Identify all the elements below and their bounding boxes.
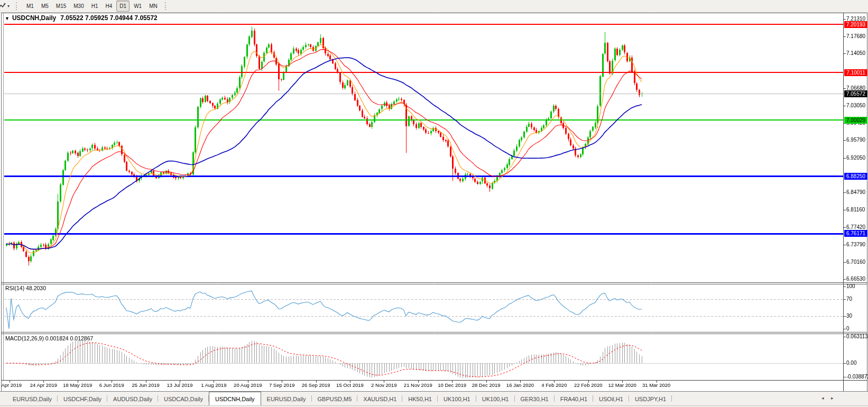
chart-tab-usdcnh-daily[interactable]: USDCNH,Daily (209, 392, 261, 406)
price-tick-label: 6.77420 (846, 224, 865, 230)
chart-tab-usoil-h1[interactable]: USOil,H1 (593, 392, 629, 406)
chart-title: ▼ USDCNH,Daily 7.05522 7.05925 7.04944 7… (5, 14, 158, 22)
price-tick-label: 6.73790 (846, 242, 865, 247)
price-badge: 6.88250 (844, 173, 867, 180)
date-tick-label: 10 Dec 2019 (432, 382, 472, 388)
date-tick-label: 18 May 2019 (58, 382, 97, 388)
chart-tab-bar: EURUSD,DailyUSDCHF,DailyAUDUSD,DailyUSDC… (0, 391, 868, 406)
date-tick-label: 20 Aug 2019 (228, 382, 267, 388)
timeframe-button-m30[interactable]: M30 (70, 1, 87, 12)
price-tick-label: 6.81160 (846, 207, 865, 212)
timeframe-button-h1[interactable]: H1 (88, 1, 101, 12)
price-badge: 6.76171 (844, 230, 867, 237)
chart-tab-eurusd-daily[interactable]: EURUSD,Daily (7, 392, 58, 406)
price-badge: 7.10011 (844, 69, 867, 76)
chart-symbol-period: USDCNH,Daily (12, 14, 56, 22)
timeframe-button-m1[interactable]: M1 (23, 1, 37, 12)
price-tick-label: 6.84790 (846, 189, 865, 195)
date-tick-label: 31 Mar 2020 (637, 382, 676, 388)
timeframe-button-m5[interactable]: M5 (38, 1, 52, 12)
price-tick-label: 7.14050 (846, 50, 865, 56)
macd-indicator-label: MACD(12,26,9) 0.001824 0.012867 (5, 335, 93, 341)
toolbar-grip (165, 2, 168, 10)
price-badge: 7.00029 (844, 117, 867, 124)
date-tick-label: 12 Mar 2020 (603, 382, 642, 388)
tab-scroll-left-icon[interactable]: ◂ (821, 395, 824, 401)
price-tick-label: 7.17680 (846, 33, 865, 39)
macd-scale-label: 0.063113 (846, 334, 868, 339)
timeframe-toolbar: ▾ M1M5M15M30H1H4D1W1MN (0, 0, 868, 13)
chart-tab-ger30-h1[interactable]: GER30,H1 (515, 392, 555, 406)
date-tick-label: 16 Jan 2020 (501, 382, 540, 388)
toolbar-grip (16, 2, 19, 10)
chart-tab-uk100-h1[interactable]: UK100,H1 (438, 392, 476, 406)
rsi-scale-label: 100 (846, 283, 855, 289)
rsi-scale-label: 0 (846, 326, 849, 331)
chevron-down-icon[interactable]: ▾ (7, 4, 10, 8)
date-tick-label: 15 Oct 2019 (330, 382, 370, 388)
price-tick-label: 6.70160 (846, 259, 865, 265)
chart-tab-fra40-h1[interactable]: FRA40,H1 (555, 392, 593, 406)
price-tick-label: 7.03050 (846, 103, 865, 108)
chart-tab-xauusd-h1[interactable]: XAUUSD,H1 (357, 392, 402, 406)
timeframe-button-h4[interactable]: H4 (103, 1, 116, 12)
date-tick-label: 1 Aug 2019 (194, 382, 233, 388)
chart-canvas[interactable] (0, 0, 868, 407)
timeframe-button-mn[interactable]: MN (146, 1, 161, 12)
timeframe-button-m15[interactable]: M15 (53, 1, 69, 12)
price-tick-label: 6.92050 (846, 155, 865, 161)
trading-terminal-window: ▾ M1M5M15M30H1H4D1W1MN ▼ USDCNH,Daily 7.… (0, 0, 868, 407)
chart-ohlc-quotes: 7.05522 7.05925 7.04944 7.05572 (60, 14, 158, 22)
price-tick-label: 6.66530 (846, 276, 865, 282)
chart-tab-gbpusd-m5[interactable]: GBPUSD,M5 (312, 392, 358, 406)
macd-scale-label: 0.00 (846, 360, 856, 366)
date-tick-label: 13 Jul 2019 (160, 382, 199, 388)
date-tick-label: 21 Nov 2019 (399, 382, 438, 388)
chart-tab-audusd-daily[interactable]: AUDUSD,Daily (107, 392, 158, 406)
chart-tab-usdjpy-h1[interactable]: USDJPY,H1 (629, 392, 672, 406)
date-tick-label: 24 Apr 2019 (24, 382, 63, 388)
rsi-scale-label: 30 (846, 313, 852, 319)
chart-tab-eurusd-daily[interactable]: EURUSD,Daily (261, 392, 312, 406)
date-tick-label: 7 Sep 2019 (262, 382, 301, 388)
rsi-scale-label: 70 (846, 296, 852, 302)
timeframe-button-w1[interactable]: W1 (131, 1, 145, 12)
price-badge: 7.20193 (844, 21, 867, 28)
chart-tab-uk100-h1[interactable]: UK100,H1 (476, 392, 515, 406)
date-tick-label: 26 Sep 2019 (297, 382, 336, 388)
rsi-indicator-label: RSI(14) 48.2030 (5, 285, 46, 291)
timeframe-buttons: M1M5M15M30H1H4D1W1MN (23, 1, 161, 12)
timeframe-button-d1[interactable]: D1 (116, 1, 130, 12)
cursor-tool-icon[interactable] (0, 2, 6, 11)
macd-scale-label: -0.038872 (846, 374, 868, 380)
date-tick-label: 6 Jun 2019 (92, 382, 131, 388)
chart-title-arrow-icon: ▼ (5, 16, 10, 21)
price-badge: 7.05572 (844, 90, 867, 97)
chart-tab-usdchf-daily[interactable]: USDCHF,Daily (58, 392, 107, 406)
date-tick-label: 28 Dec 2019 (467, 382, 506, 388)
price-tick-label: 6.95790 (846, 137, 865, 143)
date-tick-label: 2 Nov 2019 (364, 382, 403, 388)
tab-scroll-right-icon[interactable]: ▸ (831, 395, 834, 401)
chart-tab-hk50-h1[interactable]: HK50,H1 (402, 392, 438, 406)
date-tick-label: 22 Feb 2020 (569, 382, 608, 388)
date-tick-label: 25 Jun 2019 (126, 382, 165, 388)
date-tick-label: 4 Feb 2020 (534, 382, 574, 388)
chart-tab-usdcad-daily[interactable]: USDCAD,Daily (158, 392, 209, 406)
